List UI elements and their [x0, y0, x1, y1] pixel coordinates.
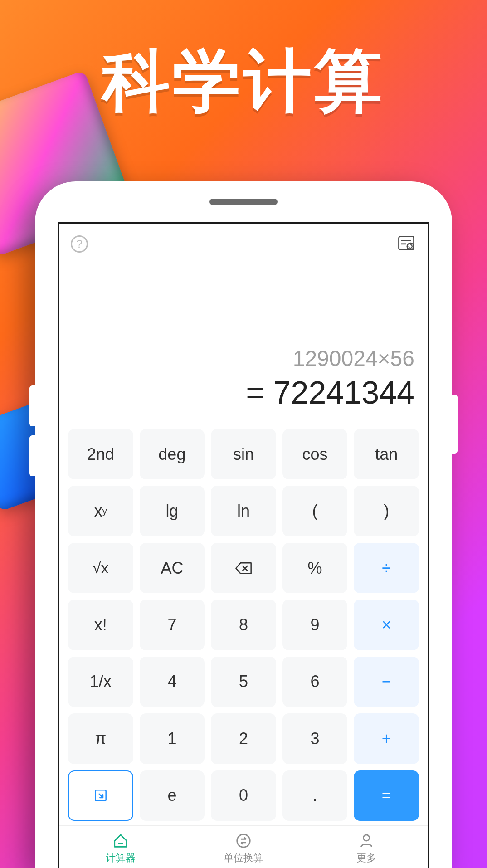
key-ac[interactable]: AC: [140, 543, 205, 593]
key-6[interactable]: 6: [282, 657, 348, 707]
tab-unit-convert[interactable]: 单位换算: [182, 826, 305, 868]
key-8[interactable]: 8: [211, 600, 276, 650]
help-icon[interactable]: ?: [71, 235, 88, 253]
key-backspace[interactable]: [211, 543, 276, 593]
phone-speaker: [209, 199, 278, 205]
key-2nd[interactable]: 2nd: [68, 429, 133, 479]
bottom-tabs: 计算器 单位换算 更多: [59, 825, 428, 868]
key-4[interactable]: 4: [140, 657, 205, 707]
key-ln[interactable]: ln: [211, 486, 276, 536]
key-rparen[interactable]: ): [354, 486, 419, 536]
key-sqrt[interactable]: √x: [68, 543, 133, 593]
key-2[interactable]: 2: [211, 713, 276, 764]
key-pi[interactable]: π: [68, 713, 133, 764]
key-deg[interactable]: deg: [140, 429, 205, 479]
key-factorial[interactable]: x!: [68, 600, 133, 650]
tab-label: 更多: [356, 851, 376, 865]
key-inverse[interactable]: 1/x: [68, 657, 133, 707]
key-lparen[interactable]: (: [282, 486, 348, 536]
key-e[interactable]: e: [140, 770, 205, 821]
power-button: [452, 395, 458, 454]
volume-down-button: [29, 435, 35, 476]
key-equals[interactable]: =: [354, 770, 419, 821]
key-sin[interactable]: sin: [211, 429, 276, 479]
person-icon: [358, 832, 375, 849]
tab-more[interactable]: 更多: [305, 826, 428, 868]
result-text: = 72241344: [73, 375, 414, 411]
key-cos[interactable]: cos: [282, 429, 348, 479]
key-percent[interactable]: %: [282, 543, 348, 593]
key-subtract[interactable]: −: [354, 657, 419, 707]
tab-label: 计算器: [106, 851, 136, 865]
key-add[interactable]: +: [354, 713, 419, 764]
key-divide[interactable]: ÷: [354, 543, 419, 593]
key-1[interactable]: 1: [140, 713, 205, 764]
svg-point-3: [407, 243, 414, 250]
key-dot[interactable]: .: [282, 770, 348, 821]
home-icon: [112, 832, 129, 849]
key-xy[interactable]: xy: [68, 486, 133, 536]
key-tan[interactable]: tan: [354, 429, 419, 479]
keypad: 2nd deg sin cos tan xy lg ln ( ) √x AC %…: [59, 420, 428, 825]
top-bar: ?: [59, 224, 428, 264]
key-7[interactable]: 7: [140, 600, 205, 650]
app-screen: ? 1290024×56 = 72241344 2nd deg sin cos …: [58, 222, 429, 868]
svg-point-8: [237, 834, 250, 847]
key-5[interactable]: 5: [211, 657, 276, 707]
key-multiply[interactable]: ×: [354, 600, 419, 650]
volume-up-button: [29, 385, 35, 426]
calculator-display: 1290024×56 = 72241344: [59, 264, 428, 420]
phone-frame: ? 1290024×56 = 72241344 2nd deg sin cos …: [35, 181, 452, 868]
svg-point-9: [364, 834, 370, 840]
swap-icon: [235, 832, 252, 849]
key-collapse[interactable]: [68, 770, 133, 821]
key-0[interactable]: 0: [211, 770, 276, 821]
hero-title: 科学计算: [0, 36, 487, 128]
tab-calculator[interactable]: 计算器: [59, 826, 182, 868]
key-3[interactable]: 3: [282, 713, 348, 764]
history-icon[interactable]: [396, 233, 416, 255]
key-9[interactable]: 9: [282, 600, 348, 650]
key-lg[interactable]: lg: [140, 486, 205, 536]
tab-label: 单位换算: [224, 851, 263, 865]
expression-text: 1290024×56: [73, 346, 414, 371]
